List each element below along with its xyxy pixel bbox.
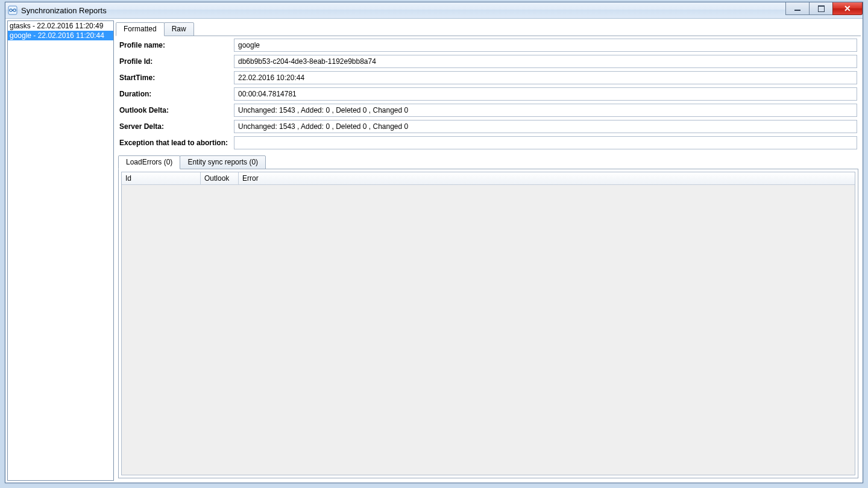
label-server-delta: Server Delta:	[119, 122, 234, 131]
row-exception: Exception that lead to abortion:	[119, 136, 857, 149]
window-frame: Synchronization Reports ✕ gtasks - 22.02…	[5, 2, 863, 483]
tab-entity-sync-reports[interactable]: Entity sync reports (0)	[180, 155, 266, 169]
list-item[interactable]: google - 22.02.2016 11:20:44	[8, 31, 113, 40]
field-profile-name[interactable]: google	[234, 39, 857, 52]
maximize-button[interactable]	[809, 2, 833, 15]
window-title: Synchronization Reports	[21, 6, 107, 15]
minimize-button[interactable]	[785, 2, 810, 15]
window-controls: ✕	[786, 2, 863, 16]
row-profile-name: Profile name: google	[119, 39, 857, 52]
column-header-error[interactable]: Error	[239, 172, 276, 184]
label-profile-id: Profile Id:	[119, 57, 234, 66]
sub-tabstrip: LoadErrors (0) Entity sync reports (0)	[116, 155, 861, 169]
list-item[interactable]: gtasks - 22.02.2016 11:20:49	[8, 21, 113, 31]
data-grid[interactable]: Id Outlook Error	[121, 172, 855, 475]
row-outlook-delta: Outlook Delta: Unchanged: 1543 , Added: …	[119, 104, 857, 117]
tab-load-errors[interactable]: LoadErrors (0)	[118, 155, 180, 169]
label-outlook-delta: Outlook Delta:	[119, 106, 234, 114]
field-duration[interactable]: 00:00:04.7814781	[234, 87, 857, 101]
close-button[interactable]: ✕	[832, 2, 863, 15]
field-server-delta[interactable]: Unchanged: 1543 , Added: 0 , Deleted 0 ,…	[234, 120, 857, 133]
grid-container: Id Outlook Error	[118, 169, 858, 478]
field-exception[interactable]	[234, 136, 857, 149]
tab-raw[interactable]: Raw	[164, 22, 194, 36]
app-icon	[8, 5, 17, 15]
label-profile-name: Profile name:	[119, 41, 234, 49]
view-tabstrip: Formatted Raw	[116, 22, 861, 36]
label-exception: Exception that lead to abortion:	[119, 139, 234, 147]
details-form: Profile name: google Profile Id: db6b9b5…	[116, 36, 861, 154]
report-list[interactable]: gtasks - 22.02.2016 11:20:49 google - 22…	[7, 20, 114, 481]
tab-formatted[interactable]: Formatted	[116, 22, 165, 36]
row-duration: Duration: 00:00:04.7814781	[119, 87, 857, 101]
field-profile-id[interactable]: db6b9b53-c204-4de3-8eab-1192e9bb8a74	[234, 55, 857, 68]
main-panel: Formatted Raw Profile name: google Profi…	[116, 20, 861, 481]
field-outlook-delta[interactable]: Unchanged: 1543 , Added: 0 , Deleted 0 ,…	[234, 104, 857, 117]
label-duration: Duration:	[119, 90, 234, 98]
field-start-time[interactable]: 22.02.2016 10:20:44	[234, 71, 857, 84]
row-server-delta: Server Delta: Unchanged: 1543 , Added: 0…	[119, 120, 857, 133]
column-header-outlook[interactable]: Outlook	[201, 172, 239, 184]
row-start-time: StartTime: 22.02.2016 10:20:44	[119, 71, 857, 84]
grid-body[interactable]	[122, 185, 855, 475]
client-area: gtasks - 22.02.2016 11:20:49 google - 22…	[5, 19, 863, 483]
row-profile-id: Profile Id: db6b9b53-c204-4de3-8eab-1192…	[119, 55, 857, 68]
titlebar[interactable]: Synchronization Reports ✕	[5, 2, 863, 19]
column-headers: Id Outlook Error	[122, 172, 855, 185]
label-start-time: StartTime:	[119, 74, 234, 82]
column-header-id[interactable]: Id	[122, 172, 201, 184]
